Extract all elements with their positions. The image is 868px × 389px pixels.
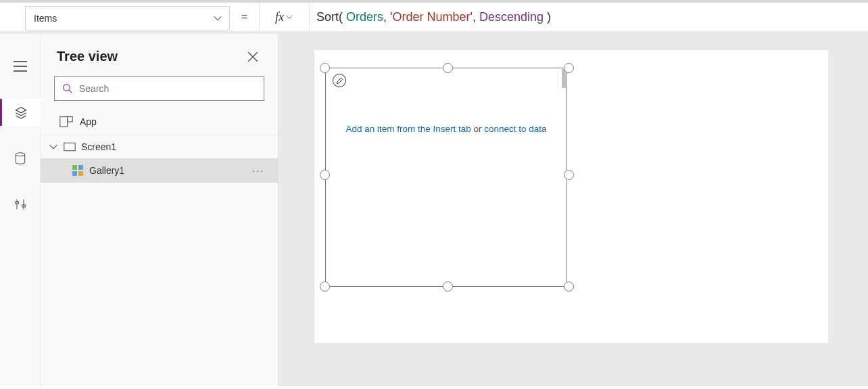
svg-point-3 [64, 85, 70, 91]
svg-rect-9 [72, 171, 77, 176]
hint-connect-link[interactable]: connect to data [484, 124, 546, 134]
gallery-control[interactable]: Add an item from the Insert tab or conne… [325, 68, 567, 287]
screen-canvas[interactable]: Add an item from the Insert tab or conne… [314, 49, 829, 344]
resize-handle[interactable] [320, 170, 330, 180]
resize-handle[interactable] [564, 281, 574, 292]
chevron-down-icon [285, 13, 293, 21]
resize-handle[interactable] [443, 63, 453, 73]
search-field[interactable] [79, 83, 257, 94]
formula-enum: Descending [479, 10, 544, 24]
rail-advanced-tools[interactable] [0, 191, 41, 218]
svg-rect-5 [68, 117, 73, 122]
edit-button[interactable] [333, 74, 346, 87]
formula-input[interactable]: Sort( Orders, 'Order Number', Descending… [310, 3, 868, 31]
svg-rect-4 [60, 117, 68, 127]
gallery-icon [72, 164, 84, 177]
gallery-label: Gallery1 [89, 165, 124, 176]
screen-label: Screen1 [81, 141, 116, 152]
resize-handle[interactable] [564, 170, 574, 180]
property-name: Items [34, 13, 57, 24]
hint-plain: or [471, 124, 485, 134]
gallery-hint: Add an item from the Insert tab or conne… [326, 124, 566, 134]
app-icon [59, 116, 73, 128]
formula-datasource: Orders [346, 10, 383, 24]
resize-handle[interactable] [320, 63, 330, 73]
pencil-icon [336, 77, 343, 85]
canvas[interactable]: Add an item from the Insert tab or conne… [279, 34, 868, 386]
formula-column: 'Order Number' [390, 10, 473, 24]
svg-rect-10 [78, 171, 83, 176]
tree-panel: Tree view App Screen1 Gallery [41, 34, 279, 386]
tree-row-screen[interactable]: Screen1 [41, 135, 278, 158]
hamburger-button[interactable] [0, 53, 41, 80]
resize-handle[interactable] [564, 63, 574, 73]
left-rail [0, 34, 41, 386]
tree-title: Tree view [57, 49, 118, 64]
chevron-down-icon[interactable] [49, 142, 58, 152]
chevron-down-icon [213, 14, 222, 23]
svg-rect-6 [64, 143, 75, 150]
tree-app-row[interactable]: App [41, 109, 278, 135]
formula-close: ) [544, 10, 551, 24]
screen-icon [64, 142, 76, 152]
fx-button[interactable]: fx [260, 3, 310, 31]
rail-data[interactable] [0, 145, 41, 172]
resize-handle[interactable] [443, 281, 453, 292]
formula-bar: Items = fx Sort( Orders, 'Order Number',… [0, 0, 868, 34]
close-icon[interactable] [247, 51, 259, 63]
resize-handle[interactable] [320, 281, 330, 292]
property-selector[interactable]: Items [25, 6, 230, 30]
hint-insert-link[interactable]: Add an item from the Insert tab [345, 124, 471, 134]
fx-icon: fx [275, 10, 284, 24]
search-icon [62, 83, 74, 95]
spacer [0, 3, 25, 31]
svg-rect-8 [78, 165, 83, 170]
database-icon [14, 151, 27, 166]
app-label: App [80, 116, 97, 127]
hamburger-icon [14, 61, 27, 72]
more-button[interactable]: ··· [252, 165, 264, 176]
layers-icon [14, 106, 28, 119]
svg-point-0 [16, 153, 24, 156]
tools-icon [14, 197, 27, 212]
equals-sign: = [230, 3, 260, 31]
search-input[interactable] [54, 76, 264, 101]
formula-sep: , [473, 10, 479, 24]
tree-row-gallery[interactable]: Gallery1 ··· [41, 158, 278, 183]
formula-fn: Sort( [316, 10, 346, 24]
rail-tree-view[interactable] [0, 99, 41, 126]
formula-sep: , [383, 10, 390, 24]
svg-rect-7 [72, 165, 77, 170]
